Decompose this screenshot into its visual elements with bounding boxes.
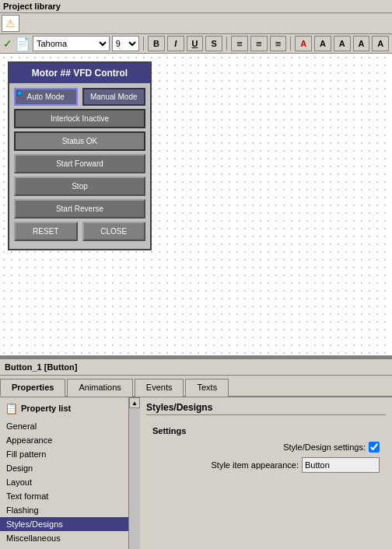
sidebar-item-general[interactable]: General [0,419,139,433]
border-color-button[interactable]: A [353,36,370,51]
manual-mode-button[interactable]: Manual Mode [82,88,146,106]
italic-button[interactable]: I [167,36,184,51]
warning-toolbar: ⚠ [0,13,392,34]
bottom-buttons-row: RESET CLOSE [14,222,145,244]
vfd-body: Auto Mode Manual Mode Interlock Inactive… [9,83,150,249]
properties-sidebar: 📋 Property list General Appearance Fill … [0,397,140,549]
style-item-row: Style item appearance: [152,457,380,473]
style-design-row: Style/Design settings: [152,442,380,453]
font-color-button[interactable]: A [295,36,312,51]
bg-color-button[interactable]: A [334,36,351,51]
font-size-select[interactable]: 9 [112,36,140,51]
tabs-row: Properties Animations Events Texts [0,376,392,397]
canvas-area[interactable]: Motor ## VFD Control Auto Mode Manual Mo… [0,54,392,357]
settings-box: Settings Style/Design settings: Style it… [146,421,386,482]
panel-content: 📋 Property list General Appearance Fill … [0,397,392,549]
sidebar-item-layout[interactable]: Layout [0,475,139,489]
section-title: Styles/Designs [146,402,386,415]
underline-button[interactable]: U [187,36,204,51]
sidebar-item-appearance[interactable]: Appearance [0,433,139,447]
style-design-checkbox[interactable] [369,442,380,453]
sidebar-header-label: Property list [21,404,71,413]
tab-properties[interactable]: Properties [0,379,65,397]
scroll-track[interactable] [129,408,140,549]
content-area: Styles/Designs Settings Style/Design set… [140,397,392,549]
sidebar-item-design[interactable]: Design [0,461,139,475]
text-format-button[interactable]: A [372,36,389,51]
format-toolbar: ✓ 📄 Tahoma 9 B I U S ≡ ≡ ≡ A A A A A [0,34,392,54]
sidebar-scrollbar[interactable]: ▲ ▼ [128,397,139,549]
stop-button[interactable]: Stop [14,177,145,196]
toolbar-separator-2 [226,37,227,51]
sidebar-item-security[interactable]: Security [0,545,139,549]
tab-texts[interactable]: Texts [185,379,229,397]
style-design-label: Style/Design settings: [152,442,366,452]
vfd-title: Motor ## VFD Control [9,63,150,83]
sidebar-item-text-format[interactable]: Text format [0,489,139,503]
interlock-button[interactable]: Interlock Inactive [14,109,145,128]
tab-animations[interactable]: Animations [67,379,132,397]
panel-title-bar: Button_1 [Button] [0,359,392,376]
manual-mode-label: Manual Mode [90,93,138,101]
page-icon: 📄 [15,37,30,51]
sidebar-header: 📋 Property list [0,400,139,416]
project-library-bar: Project library [0,0,392,13]
status-ok-button[interactable]: Status OK [14,131,145,151]
auto-mode-button[interactable]: Auto Mode [14,88,78,106]
align-right-button[interactable]: ≡ [270,36,287,51]
auto-mode-indicator [17,91,22,96]
check-icon[interactable]: ✓ [3,37,12,50]
toolbar-separator-3 [290,37,291,51]
bold-button[interactable]: B [148,36,165,51]
property-list-icon: 📋 [5,402,18,414]
settings-title: Settings [152,426,380,435]
reset-button[interactable]: RESET [14,222,78,241]
panel-title: Button_1 [Button] [5,362,77,372]
close-button[interactable]: CLOSE [82,222,146,241]
sidebar-item-flashing[interactable]: Flashing [0,503,139,517]
start-forward-button[interactable]: Start Forward [14,154,145,173]
style-item-label: Style item appearance: [152,460,299,470]
warning-icon: ⚠ [5,17,16,30]
align-left-button[interactable]: ≡ [231,36,248,51]
sidebar-item-miscellaneous[interactable]: Miscellaneous [0,531,139,545]
project-library-title: Project library [3,2,61,11]
toolbar-separator-1 [143,37,144,51]
bottom-panel: Button_1 [Button] Properties Animations … [0,359,392,549]
tab-events[interactable]: Events [135,379,184,397]
style-item-input[interactable] [302,457,380,473]
strikethrough-button[interactable]: S [205,36,222,51]
vfd-panel: Motor ## VFD Control Auto Mode Manual Mo… [8,61,152,250]
scroll-up-arrow[interactable]: ▲ [129,397,140,408]
sidebar-item-styles-designs[interactable]: Styles/Designs [0,517,139,531]
auto-mode-label: Auto Mode [27,93,65,101]
font-highlight-button[interactable]: A [314,36,331,51]
start-reverse-button[interactable]: Start Reverse [14,199,145,219]
warning-box: ⚠ [2,15,19,32]
sidebar-item-fill-pattern[interactable]: Fill pattern [0,447,139,461]
align-center-button[interactable]: ≡ [250,36,268,51]
mode-row: Auto Mode Manual Mode [14,88,145,106]
font-name-select[interactable]: Tahoma [33,36,110,51]
